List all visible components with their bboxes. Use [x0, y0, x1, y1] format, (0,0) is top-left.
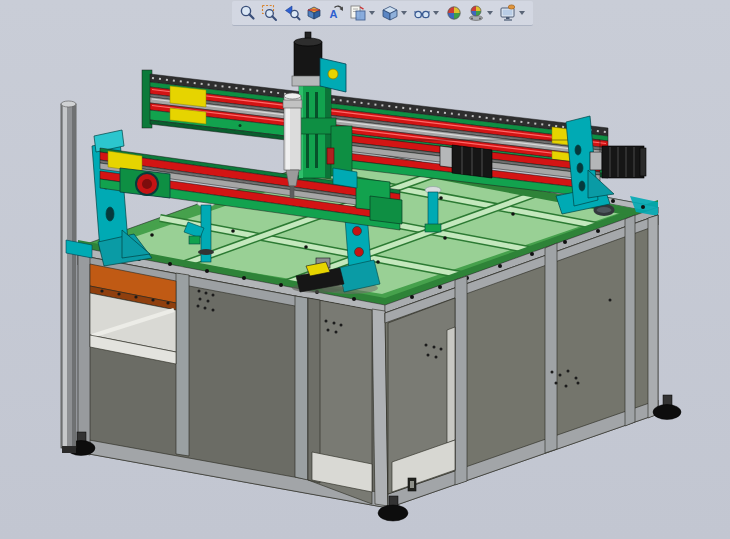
view-orientation-icon — [349, 4, 367, 22]
zoom-to-area-icon — [261, 4, 279, 22]
toolbar-item — [379, 3, 410, 23]
previous-view-icon — [283, 4, 301, 22]
display-style-button[interactable] — [379, 3, 400, 23]
toolbar-item — [347, 3, 378, 23]
dynamic-annotation-views-icon: A — [327, 4, 345, 22]
heads-up-view-toolbar: A — [232, 1, 533, 26]
toolbar-item — [281, 3, 302, 23]
toolbar-item — [465, 3, 496, 23]
view-orientation-dropdown-arrow[interactable] — [369, 11, 375, 15]
toolbar-item — [443, 3, 464, 23]
section-view-button[interactable] — [303, 3, 324, 23]
toolbar-item — [497, 3, 528, 23]
display-style-dropdown-arrow[interactable] — [401, 11, 407, 15]
toolbar-item — [303, 3, 324, 23]
view-settings-button[interactable] — [497, 3, 518, 23]
hide-show-items-dropdown-arrow[interactable] — [433, 11, 439, 15]
apply-scene-button[interactable] — [465, 3, 486, 23]
toolbar-item — [237, 3, 258, 23]
cad-model[interactable] — [0, 0, 730, 539]
view-settings-dropdown-arrow[interactable] — [519, 11, 525, 15]
apply-scene-icon — [467, 4, 485, 22]
zoom-to-area-button[interactable] — [259, 3, 280, 23]
yellow-sleeve — [170, 86, 206, 107]
hide-show-items-icon — [413, 4, 431, 22]
edit-appearance-icon — [445, 4, 463, 22]
toolbar-item: A — [325, 3, 346, 23]
graphics-area[interactable]: A — [0, 0, 730, 539]
hide-show-items-button[interactable] — [411, 3, 432, 23]
toolbar-item — [411, 3, 442, 23]
zoom-to-fit-icon — [239, 4, 257, 22]
right-bay — [388, 298, 455, 494]
apply-scene-dropdown-arrow[interactable] — [487, 11, 493, 15]
dynamic-annotation-views-button[interactable]: A — [325, 3, 346, 23]
display-style-icon — [381, 4, 399, 22]
zoom-to-fit-button[interactable] — [237, 3, 258, 23]
view-orientation-button[interactable] — [347, 3, 368, 23]
edit-appearance-button[interactable] — [443, 3, 464, 23]
left-bay — [90, 264, 176, 364]
spindle-tool-bit — [290, 186, 294, 198]
center-bay — [308, 298, 372, 504]
section-view-icon — [305, 4, 323, 22]
view-settings-icon — [499, 4, 517, 22]
svg-text:A: A — [329, 8, 337, 20]
toolbar-item — [259, 3, 280, 23]
z-axis-housing[interactable] — [320, 58, 346, 92]
spindle-stepper-motor[interactable] — [292, 32, 324, 86]
previous-view-button[interactable] — [281, 3, 302, 23]
door-latch[interactable] — [408, 478, 416, 491]
z-axis-assembly[interactable] — [294, 80, 357, 188]
